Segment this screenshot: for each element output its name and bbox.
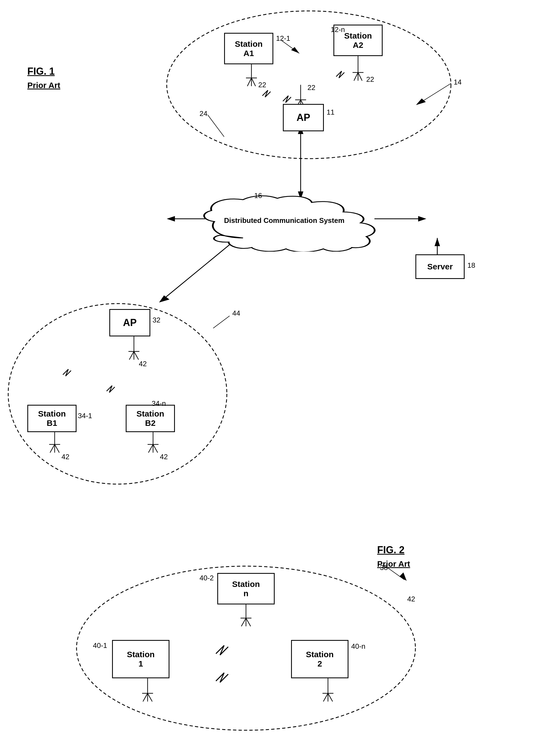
ap-top-label: AP: [296, 112, 310, 123]
station-2-box: Station 2: [291, 640, 348, 678]
svg-line-57: [323, 693, 328, 702]
ref-34-n: 34-n: [152, 399, 166, 408]
station-1-box: Station 1: [112, 640, 170, 678]
ref-34-1: 34-1: [78, 412, 92, 420]
ref-40-1: 40-1: [93, 641, 107, 650]
station-b2-label: Station B2: [136, 409, 164, 428]
ap32-label: AP: [123, 317, 137, 328]
ref-22-b: 22: [308, 84, 315, 92]
svg-marker-29: [167, 216, 175, 222]
station-b1-label: Station B1: [38, 409, 66, 428]
svg-line-33: [134, 351, 139, 360]
svg-marker-27: [159, 295, 170, 302]
svg-line-37: [50, 445, 55, 453]
svg-line-65: [213, 316, 230, 328]
diagram-container: FIG. 1 Prior Art 10 Station A1 12-1 Stat…: [0, 0, 560, 745]
ref-42-ibss: 42: [407, 595, 415, 603]
ref-44: 44: [232, 309, 240, 318]
svg-line-5: [247, 78, 251, 86]
svg-line-42: [148, 445, 153, 453]
ref-40-n: 40-n: [351, 642, 365, 651]
ref-18: 18: [467, 261, 475, 270]
ap-top-box: AP: [283, 104, 324, 131]
ref-42-b2: 42: [160, 453, 168, 461]
svg-line-62: [418, 84, 451, 104]
ref-42-b1: 42: [62, 453, 69, 461]
svg-line-52: [143, 693, 148, 702]
ref-38: 38: [380, 563, 388, 572]
svg-marker-24: [434, 238, 440, 246]
ref-12-1: 12-1: [276, 34, 290, 43]
cloud-shape: Distributed Communication System: [191, 191, 377, 252]
station-n-box: Station n: [217, 573, 275, 605]
svg-line-47: [241, 618, 246, 626]
svg-line-64: [208, 115, 224, 137]
ref-42-ap: 42: [139, 360, 147, 368]
svg-line-58: [328, 693, 332, 702]
station-a1-box: Station A1: [224, 33, 273, 64]
station-2-label: Station 2: [306, 650, 334, 669]
svg-line-6: [251, 78, 255, 86]
station-b2-box: Station B2: [126, 405, 175, 432]
svg-line-43: [153, 445, 158, 453]
ap32-box: AP: [109, 309, 150, 336]
ref-12-n: 12-n: [331, 26, 345, 34]
fig1-sublabel: Prior Art: [27, 81, 60, 90]
ref-14: 14: [454, 78, 462, 87]
station-a2-label: Station A2: [344, 31, 372, 50]
server-label: Server: [427, 262, 453, 271]
svg-line-10: [354, 72, 358, 81]
svg-marker-63: [416, 98, 426, 105]
ref-22-c: 22: [366, 75, 374, 84]
station-1-label: Station 1: [127, 650, 155, 669]
svg-line-38: [55, 445, 59, 453]
svg-marker-61: [291, 47, 299, 53]
station-n-label: Station n: [232, 580, 260, 598]
station-a1-label: Station A1: [235, 39, 262, 58]
ref-40-2: 40-2: [200, 574, 214, 582]
ref-22-a: 22: [258, 81, 266, 89]
svg-line-48: [246, 618, 251, 626]
diagram-svg: [0, 0, 560, 745]
station-b1-box: Station B1: [27, 405, 76, 432]
svg-line-32: [129, 351, 134, 360]
fig1-label: FIG. 1: [27, 66, 55, 77]
svg-line-53: [148, 693, 152, 702]
ref-16: 16: [254, 191, 262, 200]
svg-line-11: [358, 72, 362, 81]
server-box: Server: [415, 254, 465, 279]
svg-marker-67: [399, 573, 407, 581]
svg-text:Distributed Communication Syst: Distributed Communication System: [224, 216, 345, 225]
ref-11: 11: [326, 108, 335, 117]
ref-24: 24: [200, 109, 207, 118]
svg-marker-22: [418, 216, 426, 222]
ref-32: 32: [152, 316, 161, 324]
fig2-label: FIG. 2: [377, 544, 405, 556]
